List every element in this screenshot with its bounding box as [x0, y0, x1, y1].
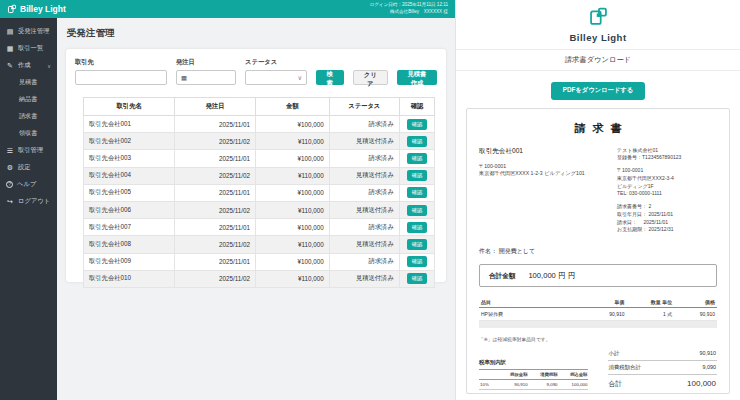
table-row: 取引先会社006 2025/11/02 ¥110,000 見積送付済み 確認 [84, 201, 435, 218]
items-row: HP製作費 90,910 1 式 90,910 [479, 308, 717, 321]
clear-button[interactable]: クリア [353, 70, 388, 85]
items-header-row: 品目 単価 数量 単位 価格 [479, 297, 717, 308]
orders-table: 取引先名 発注日 金額 ステータス 確認 取引先会社001 2025/11/01 [83, 97, 435, 288]
invoice-issuer-tel: TEL: 030-0000-1111 [617, 190, 717, 198]
order-date-input[interactable]: ▦ [176, 70, 236, 85]
tax-total-row: 消費税額合計 9,090 [608, 361, 717, 375]
sidebar-item-receipt[interactable]: 領収書 [0, 125, 57, 142]
cell-date: 2025/11/01 [175, 150, 256, 167]
cell-date: 2025/11/02 [175, 236, 256, 253]
cell-status: 見積送付済み [329, 133, 399, 150]
header-status: ステータス [329, 98, 399, 116]
confirm-button[interactable]: 確認 [407, 239, 428, 250]
sidebar: ▤ 受発注管理 ▦ 取引一覧 ✎ 作成 ∨ 見積書 納品書 [0, 18, 57, 400]
cell-client: 取引先会社005 [84, 184, 175, 201]
sidebar-item-create[interactable]: ✎ 作成 ∨ [0, 57, 57, 74]
table-row: 取引先会社007 2025/11/01 ¥100,000 請求済み 確認 [84, 219, 435, 236]
confirm-button[interactable]: 確認 [407, 119, 428, 130]
invoice-document: 請求書 取引先会社001 〒100-0001 東京都千代田区XXXX 1-2-3… [466, 108, 730, 395]
app-title: Billey Light [20, 4, 66, 14]
invoice-issuer-name: テスト株式会社01 [617, 147, 717, 155]
sidebar-item-label: 設定 [18, 163, 31, 172]
invoice-client-block: 取引先会社001 〒100-0001 東京都千代田区XXXX 1-2-3 ビルデ… [479, 147, 608, 235]
filter-bar: 取引先 発注日 ▦ ステータス ∨ [75, 58, 437, 85]
confirm-button[interactable]: 確認 [407, 187, 428, 198]
tax-rate: 10% [479, 380, 499, 390]
logout-icon: ↪ [6, 198, 14, 206]
cell-date: 2025/11/01 [175, 184, 256, 201]
confirm-button[interactable]: 確認 [407, 153, 428, 164]
sidebar-item-transaction-management[interactable]: ☰ 取引管理 [0, 142, 57, 159]
invoice-total-value: 100,000 円 円 [528, 271, 575, 281]
header-client-name: 取引先名 [84, 98, 175, 116]
sidebar-item-label: ヘルプ [17, 180, 36, 189]
cell-amount: ¥100,000 [255, 116, 329, 133]
invoice-title: 請求書 [479, 121, 717, 136]
cell-client: 取引先会社010 [84, 270, 175, 287]
table-row: 取引先会社005 2025/11/01 ¥100,000 請求済み 確認 [84, 184, 435, 201]
sidebar-item-settings[interactable]: ⚙ 設定 [0, 159, 57, 176]
invoice-issuer-postal: 〒100-0001 [617, 167, 717, 175]
app-logo: Billey Light [7, 4, 66, 14]
pencil-icon: ✎ [6, 62, 14, 70]
confirm-button[interactable]: 確認 [407, 273, 428, 284]
cell-client: 取引先会社001 [84, 116, 175, 133]
cell-client: 取引先会社004 [84, 167, 175, 184]
grand-total-value: 100,000 [687, 379, 716, 388]
client-filter-label: 取引先 [75, 58, 167, 67]
subtotal-label: 小計 [609, 350, 620, 357]
sidebar-item-delivery-note[interactable]: 納品書 [0, 91, 57, 108]
search-button[interactable]: 検索 [316, 70, 344, 85]
order-date-filter-label: 発注日 [176, 58, 236, 67]
sidebar-item-invoice[interactable]: 請求書 [0, 108, 57, 125]
grand-total-row: 合計 100,000 [608, 375, 717, 394]
cell-date: 2025/11/01 [175, 253, 256, 270]
confirm-button[interactable]: 確認 [407, 222, 428, 233]
download-pdf-button[interactable]: PDFをダウンロードする [551, 82, 645, 100]
tax-incl-amount: 100,000 [559, 380, 589, 390]
tax-excl-amount: 90,910 [499, 380, 529, 390]
table-row: 取引先会社002 2025/11/02 ¥110,000 見積送付済み 確認 [84, 133, 435, 150]
confirm-button[interactable]: 確認 [407, 170, 428, 181]
invoice-number: 請求書番号： 2 [617, 203, 717, 211]
preview-brand: Billey Light [456, 0, 740, 43]
invoice-subject: 件名： 開発費として [479, 247, 717, 256]
sidebar-item-label: 取引管理 [18, 146, 43, 155]
chevron-down-icon: ∨ [47, 63, 51, 69]
invoice-client-address: 東京都千代田区XXXX 1-2-3 ビルディング101 [479, 170, 608, 178]
client-filter-field: 取引先 [75, 58, 167, 85]
table-row: 取引先会社001 2025/11/01 ¥100,000 請求済み 確認 [84, 116, 435, 133]
invoice-trade-date: 取引年月日： 2025/11/01 [617, 211, 717, 219]
sidebar-item-transactions[interactable]: ▦ 取引一覧 [0, 40, 57, 57]
sidebar-item-quote[interactable]: 見積書 [0, 74, 57, 91]
cell-status: 見積送付済み [329, 236, 399, 253]
cell-status: 見積送付済み [329, 201, 399, 218]
status-select[interactable]: ∨ [245, 70, 307, 85]
invoice-issuer-block: テスト株式会社01 登録番号：T1234567890123 〒100-0001 … [617, 147, 717, 235]
orders-header-row: 取引先名 発注日 金額 ステータス 確認 [84, 98, 435, 116]
create-quote-button[interactable]: 見積書作成 [397, 70, 437, 85]
client-filter-input[interactable] [75, 70, 167, 85]
cell-client: 取引先会社006 [84, 201, 175, 218]
sidebar-item-label: 取引一覧 [18, 44, 43, 53]
cell-status: 請求済み [329, 150, 399, 167]
status-filter-field: ステータス ∨ [245, 58, 307, 85]
sidebar-item-label: ログアウト [18, 197, 50, 206]
confirm-button[interactable]: 確認 [407, 205, 428, 216]
sidebar-item-help[interactable]: ? ヘルプ [0, 176, 57, 193]
sidebar-item-order-management[interactable]: ▤ 受発注管理 [0, 23, 57, 40]
cell-date: 2025/11/01 [175, 219, 256, 236]
confirm-button[interactable]: 確認 [407, 136, 428, 147]
item-name: HP製作費 [479, 308, 584, 321]
cell-date: 2025/11/02 [175, 270, 256, 287]
confirm-button[interactable]: 確認 [407, 256, 428, 267]
tax-row: 10% 90,910 9,090 100,000 [479, 380, 588, 390]
top-bar: Billey Light ログイン日時：2025年11月11日 12:11 株式… [0, 0, 455, 18]
cell-date: 2025/11/01 [175, 116, 256, 133]
items-empty-band [479, 320, 717, 328]
sidebar-item-logout[interactable]: ↪ ログアウト [0, 193, 57, 210]
item-price: 90,910 [674, 308, 717, 321]
billey-logo-icon [7, 4, 17, 14]
item-qty-unit: 1 式 [627, 308, 675, 321]
document-icon: ▤ [6, 28, 14, 36]
